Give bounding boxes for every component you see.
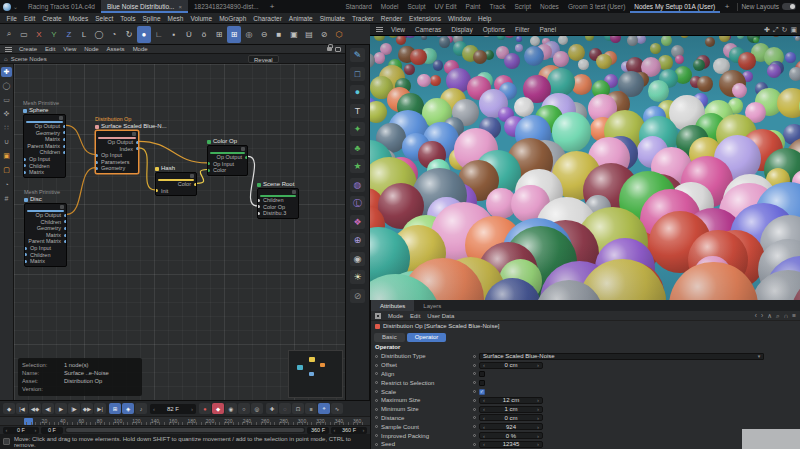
record-objects-button[interactable]: ◉	[225, 403, 237, 414]
range-min-inc-icon[interactable]: ›	[32, 427, 39, 433]
port-children[interactable]: Children	[24, 163, 65, 170]
window-resize-grip[interactable]	[742, 429, 800, 449]
preview-end-field[interactable]: 360 F	[307, 427, 329, 434]
fcurve-button[interactable]: ∿	[331, 403, 343, 414]
new-layout-button[interactable]: +	[720, 2, 735, 11]
port-color-op[interactable]: Color Op	[258, 204, 298, 211]
node-sceneroot[interactable]: Scene RootChildrenColor OpDistribu.3	[257, 181, 299, 219]
quantize-icon[interactable]: ⊞	[227, 26, 241, 43]
node-distribution[interactable]: Distribution OpSurface Scaled Blue-N...O…	[95, 116, 139, 174]
frame-decrement-icon[interactable]: ‹	[150, 406, 158, 412]
deformer-icon[interactable]: ◍	[350, 178, 365, 192]
spinner-inc-icon[interactable]: ›	[534, 415, 542, 421]
selection-tool-icon[interactable]: ◯	[1, 81, 12, 91]
spinner-distance[interactable]: ‹0 cm›	[479, 414, 543, 421]
checkbox-scale[interactable]: ✓	[479, 389, 485, 395]
viewport-canvas[interactable]	[370, 36, 800, 300]
modeling-icon[interactable]: ⊖	[257, 26, 271, 43]
keyframe-dot[interactable]	[469, 434, 479, 437]
ne-menu-mode[interactable]: Mode	[129, 46, 152, 52]
node-colorop[interactable]: Color OpOp OutputOp InputColor	[207, 138, 248, 176]
port-dot[interactable]	[63, 125, 65, 128]
pivot-icon[interactable]: ▪	[167, 26, 181, 43]
node-body[interactable]: ChildrenColor OpDistribu.3	[257, 188, 299, 219]
menu-tools[interactable]: Tools	[117, 15, 139, 22]
layout-tab-nodes-my-setup-01a-user[interactable]: Nodes My Setup 01A (User)	[630, 0, 720, 13]
snap-time-button[interactable]: ✚	[266, 403, 278, 414]
layer-list-button[interactable]: ≡	[305, 403, 317, 414]
close-icon[interactable]: ×	[178, 4, 182, 10]
node-preview-icon[interactable]	[59, 116, 63, 120]
goto-end-button[interactable]: ▶|	[94, 403, 106, 414]
keyframe-dot[interactable]	[469, 381, 479, 384]
dropdown-distribution-type[interactable]: Surface Scaled Blue-Noise▾	[479, 353, 764, 360]
keyframe-dot[interactable]	[469, 416, 479, 419]
spinner-inc-icon[interactable]: ›	[534, 397, 542, 403]
port-op-output[interactable]: Op Output	[96, 139, 138, 146]
port-parent-matrix[interactable]: Parent Matrix	[25, 238, 66, 245]
layout-tab-paint[interactable]: Paint	[461, 0, 485, 13]
port-dot[interactable]	[64, 227, 66, 230]
preview-start-field[interactable]: 0 F	[41, 427, 63, 434]
axis-mode-icon[interactable]: Ü	[182, 26, 196, 43]
port-dot[interactable]	[24, 171, 26, 174]
port-op-output[interactable]: Op Output	[208, 154, 247, 161]
port-matrix[interactable]: Matrix	[25, 232, 66, 239]
camera-icon[interactable]: ◉	[350, 252, 365, 266]
toggle-view-icon[interactable]: ▣	[790, 26, 797, 34]
layout-tab-standard[interactable]: Standard	[341, 0, 376, 13]
grid-snap-icon[interactable]: #	[1, 193, 12, 203]
frame-tool-icon[interactable]: ▢	[1, 165, 12, 175]
layout-tab-sculpt[interactable]: Sculpt	[403, 0, 430, 13]
node-body[interactable]: Op OutputChildrenGeometryMatrixParent Ma…	[24, 203, 67, 267]
effector-icon[interactable]: ★	[350, 159, 365, 173]
port-dot[interactable]	[96, 167, 98, 170]
port-op-output[interactable]: Op Output	[24, 123, 65, 130]
back-icon[interactable]: ‹	[755, 312, 757, 320]
port-dot[interactable]	[64, 214, 66, 217]
move-nodes-icon[interactable]: ✜	[1, 109, 12, 119]
spinner-dec-icon[interactable]: ‹	[480, 406, 488, 412]
port-geometry[interactable]: Geometry	[24, 130, 65, 137]
section-tab-operator[interactable]: Operator	[407, 333, 447, 342]
port-init[interactable]: Init	[156, 188, 196, 195]
viewport-menu-panel[interactable]: Panel	[535, 26, 562, 33]
range-min-field[interactable]: ‹0 F›	[3, 427, 39, 434]
port-geometry[interactable]: Geometry	[25, 225, 66, 232]
axis-center-icon[interactable]: ö	[197, 26, 211, 43]
workplane-icon[interactable]: ◎	[242, 26, 256, 43]
range-slider-bar[interactable]	[66, 428, 304, 432]
keyframe-dot[interactable]	[371, 434, 381, 437]
port-dot[interactable]	[64, 234, 66, 237]
menu-extensions[interactable]: Extensions	[406, 15, 445, 22]
port-parent-matrix[interactable]: Parent Matrix	[24, 143, 65, 150]
spinner-offset[interactable]: ‹0 cm›	[479, 362, 543, 369]
panel-menu-icon[interactable]: ≡	[792, 312, 796, 320]
keyframe-dot[interactable]	[371, 390, 381, 393]
ne-menu-create[interactable]: Create	[15, 46, 41, 52]
record-button[interactable]: ●	[199, 403, 211, 414]
port-dot[interactable]	[25, 260, 27, 263]
menu-tracker[interactable]: Tracker	[348, 15, 377, 22]
range-max-field[interactable]: ‹360 F›	[331, 427, 367, 434]
forward-icon[interactable]: ›	[761, 312, 763, 320]
pan-tool-icon[interactable]: ✚	[1, 67, 12, 77]
menu-help[interactable]: Help	[475, 15, 495, 22]
port-geometry[interactable]: Geometry	[96, 165, 138, 172]
playhead[interactable]	[24, 418, 33, 425]
menu-spline[interactable]: Spline	[139, 15, 164, 22]
panel-grid-icon[interactable]	[375, 313, 381, 319]
port-index[interactable]: Index	[96, 146, 138, 153]
spline-icon[interactable]: ❖	[350, 215, 365, 229]
disabled-icon[interactable]: ⊘	[350, 289, 365, 303]
move-tool-icon[interactable]: ◯	[92, 26, 106, 43]
menu-mograph[interactable]: MoGraph	[216, 15, 250, 22]
record-params-button[interactable]: ○	[238, 403, 250, 414]
burger-icon[interactable]	[5, 47, 12, 52]
next-key-button[interactable]: ◆▶	[81, 403, 93, 414]
port-dot[interactable]	[258, 199, 260, 202]
hud-record-toggle[interactable]: ◈	[122, 403, 134, 414]
text-spline-icon[interactable]: T	[350, 104, 365, 118]
node-editor-icon[interactable]: ⬡	[332, 26, 346, 43]
spinner-inc-icon[interactable]: ›	[534, 424, 542, 430]
